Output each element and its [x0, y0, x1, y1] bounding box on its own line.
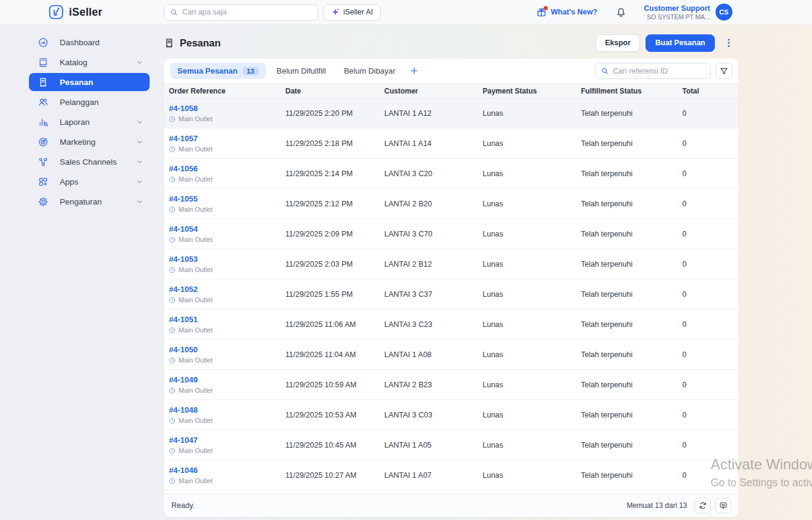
global-search[interactable]: [164, 4, 318, 21]
sidebar-item-pelanggan[interactable]: Pelanggan: [29, 93, 150, 111]
outlet-line: Main Outlet: [169, 206, 285, 213]
account-menu[interactable]: Customer Support SO SYSTEM PT MA...: [644, 4, 710, 21]
order-reference-link[interactable]: #4-1052: [169, 285, 285, 294]
outlet-icon: [169, 236, 176, 243]
whats-new-button[interactable]: What's New?: [536, 7, 597, 17]
whats-new-label: What's New?: [551, 8, 597, 16]
table-row[interactable]: #4-1055 Main Outlet 11/29/2025 2:12 PM L…: [164, 189, 738, 219]
sidebar-item-pesanan[interactable]: Pesanan: [29, 73, 150, 91]
date-cell: 11/29/2025 2:20 PM: [285, 109, 384, 118]
customer-cell: LANTAI 3 C03: [384, 411, 483, 419]
outlet-label: Main Outlet: [179, 387, 212, 394]
page-actions: Ekspor Buat Pesanan: [595, 34, 734, 52]
order-reference-link[interactable]: #4-1049: [169, 375, 285, 384]
feedback-button[interactable]: [715, 498, 731, 513]
tab-count-badge: 13: [243, 67, 259, 75]
date-cell: 11/29/2025 2:14 PM: [285, 170, 384, 178]
total-cell: 0: [682, 471, 738, 480]
fulfillment-status-cell: Telah terpenuhi: [581, 381, 682, 389]
table-row[interactable]: #4-1050 Main Outlet 11/29/2025 11:04 AM …: [164, 340, 738, 370]
table-row[interactable]: #4-1052 Main Outlet 11/29/2025 1:55 PM L…: [164, 279, 738, 309]
tab-semua-pesanan[interactable]: Semua Pesanan 13: [170, 63, 266, 79]
order-reference-link[interactable]: #4-1047: [169, 436, 285, 445]
outlet-icon: [169, 357, 176, 364]
search-icon: [170, 8, 178, 16]
table-row[interactable]: #4-1057 Main Outlet 11/29/2025 2:18 PM L…: [164, 128, 738, 159]
add-tab-button[interactable]: [410, 66, 419, 75]
table-row[interactable]: #4-1046 Main Outlet 11/29/2025 10:27 AM …: [164, 460, 738, 490]
sidebar-item-pengaturan[interactable]: Pengaturan: [29, 192, 150, 211]
order-reference-link[interactable]: #4-1057: [169, 134, 285, 143]
customer-cell: LANTAI 3 C37: [384, 290, 483, 299]
payment-status-cell: Lunas: [483, 290, 581, 299]
outlet-line: Main Outlet: [169, 176, 285, 183]
order-search-input[interactable]: [613, 67, 705, 75]
order-reference-link[interactable]: #4-1046: [169, 466, 285, 475]
order-reference-link[interactable]: #4-1054: [169, 224, 285, 233]
order-reference-link[interactable]: #4-1055: [169, 194, 285, 203]
outlet-label: Main Outlet: [179, 477, 212, 484]
order-search[interactable]: [595, 63, 711, 79]
order-reference-link[interactable]: #4-1056: [169, 164, 285, 173]
column-header: Order Reference: [169, 87, 285, 95]
chevron-down-icon: [136, 118, 144, 126]
total-cell: 0: [682, 170, 738, 178]
payment-status-cell: Lunas: [483, 441, 581, 449]
refresh-button[interactable]: [694, 498, 711, 513]
chevron-down-icon: [136, 178, 144, 186]
fulfillment-status-cell: Telah terpenuhi: [581, 170, 682, 178]
table-row[interactable]: #4-1058 Main Outlet 11/29/2025 2:20 PM L…: [164, 98, 738, 128]
order-reference-cell: #4-1054 Main Outlet: [169, 224, 285, 243]
export-button[interactable]: Ekspor: [595, 34, 640, 52]
sidebar-item-laporan[interactable]: Laporan: [29, 113, 150, 131]
avatar[interactable]: CS: [715, 4, 732, 21]
tab-label: Belum Dibayar: [344, 66, 395, 75]
order-reference-link[interactable]: #4-1050: [169, 345, 285, 354]
order-reference-cell: #4-1051 Main Outlet: [169, 315, 285, 334]
bell-icon[interactable]: [616, 7, 626, 17]
table-row[interactable]: #4-1047 Main Outlet 11/29/2025 10:45 AM …: [164, 430, 738, 460]
sidebar-item-dashboard[interactable]: Dashboard: [29, 33, 150, 51]
table-row[interactable]: #4-1049 Main Outlet 11/29/2025 10:59 AM …: [164, 370, 738, 400]
order-reference-link[interactable]: #4-1053: [169, 255, 285, 264]
tab-belum-dibayar[interactable]: Belum Dibayar: [337, 63, 402, 79]
date-cell: 11/29/2025 2:03 PM: [285, 260, 384, 268]
order-reference-cell: #4-1052 Main Outlet: [169, 285, 285, 303]
order-reference-cell: #4-1048 Main Outlet: [169, 405, 285, 424]
filter-icon: [720, 67, 728, 75]
payment-status-cell: Lunas: [483, 411, 581, 419]
create-order-button[interactable]: Buat Pesanan: [645, 34, 715, 52]
filter-button[interactable]: [715, 63, 732, 79]
customers-icon: [38, 97, 48, 107]
global-search-input[interactable]: [182, 8, 312, 16]
notification-dot: [544, 6, 548, 10]
fulfillment-status-cell: Telah terpenuhi: [581, 471, 682, 480]
table-row[interactable]: #4-1054 Main Outlet 11/29/2025 2:09 PM L…: [164, 219, 738, 249]
fulfillment-status-cell: Telah terpenuhi: [581, 350, 682, 359]
outlet-label: Main Outlet: [179, 296, 212, 303]
outlet-line: Main Outlet: [169, 417, 285, 424]
order-reference-link[interactable]: #4-1051: [169, 315, 285, 324]
brand-logo[interactable]: iSeller: [0, 4, 151, 20]
table-row[interactable]: #4-1048 Main Outlet 11/29/2025 10:53 AM …: [164, 400, 738, 430]
table-row[interactable]: #4-1053 Main Outlet 11/29/2025 2:03 PM L…: [164, 249, 738, 279]
tab-belum-difullfill[interactable]: Belum Difullfill: [270, 63, 334, 79]
kebab-menu-icon[interactable]: [724, 38, 734, 48]
iseller-ai-button[interactable]: iSeller AI: [323, 4, 381, 21]
load-count-label: Memuat 13 dari 13: [627, 501, 687, 510]
order-reference-link[interactable]: #4-1058: [169, 104, 285, 113]
sidebar-item-sales-channels[interactable]: Sales Channels: [29, 153, 150, 171]
sidebar-nav: Dashboard Katalog Pesanan Pel: [0, 25, 151, 211]
order-reference-cell: #4-1053 Main Outlet: [169, 255, 285, 273]
sidebar-item-label: Marketing: [60, 138, 136, 147]
sidebar-item-apps[interactable]: Apps: [29, 173, 150, 191]
outlet-icon: [169, 448, 176, 454]
table-row[interactable]: #4-1051 Main Outlet 11/29/2025 11:06 AM …: [164, 309, 738, 340]
order-reference-link[interactable]: #4-1048: [169, 405, 285, 414]
table-row[interactable]: #4-1056 Main Outlet 11/29/2025 2:14 PM L…: [164, 159, 738, 189]
outlet-label: Main Outlet: [179, 417, 212, 424]
sidebar-item-katalog[interactable]: Katalog: [29, 53, 150, 71]
payment-status-cell: Lunas: [483, 260, 581, 268]
outlet-icon: [169, 417, 176, 424]
sidebar-item-marketing[interactable]: Marketing: [29, 133, 150, 151]
